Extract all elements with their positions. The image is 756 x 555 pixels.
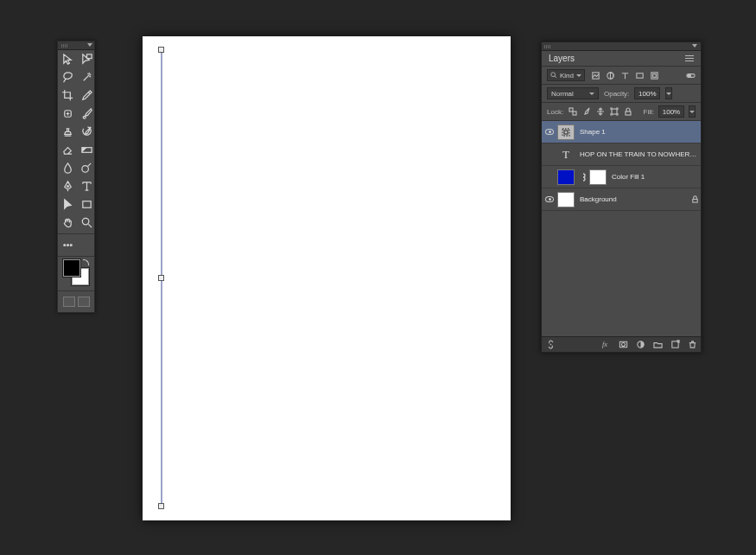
fill-thumbnail[interactable] bbox=[557, 169, 575, 185]
type-layer-icon: T bbox=[557, 147, 575, 163]
foreground-color-swatch[interactable] bbox=[63, 259, 80, 277]
fill-label: Fill: bbox=[644, 108, 654, 116]
magic-wand-tool[interactable] bbox=[77, 68, 96, 86]
layer-name[interactable]: Shape 1 bbox=[580, 128, 701, 136]
new-group-icon[interactable] bbox=[652, 340, 663, 350]
lock-fill-row: Lock: Fill: 100% bbox=[542, 103, 701, 121]
quickmask-toggle[interactable] bbox=[63, 297, 75, 307]
tools-panel-header[interactable] bbox=[58, 41, 94, 50]
shape-thumbnail-icon[interactable] bbox=[557, 124, 575, 140]
screen-mode-toggle[interactable] bbox=[78, 297, 90, 307]
layers-panel-header[interactable] bbox=[542, 42, 701, 51]
lock-pixels-icon[interactable] bbox=[581, 107, 591, 117]
lock-label: Lock: bbox=[547, 108, 563, 116]
type-tool[interactable] bbox=[77, 177, 96, 195]
svg-rect-12 bbox=[636, 73, 642, 78]
link-mask-icon[interactable] bbox=[580, 172, 587, 182]
blend-mode-select[interactable]: Normal bbox=[547, 87, 599, 99]
lock-transparency-icon[interactable] bbox=[568, 107, 577, 117]
zoom-tool[interactable] bbox=[77, 214, 96, 232]
fill-field[interactable]: 100% bbox=[658, 105, 684, 118]
lock-position-icon[interactable] bbox=[595, 107, 605, 117]
svg-point-7 bbox=[67, 245, 68, 246]
layer-name[interactable]: Background bbox=[580, 195, 689, 203]
eraser-tool[interactable] bbox=[58, 141, 77, 159]
blur-tool[interactable] bbox=[58, 159, 77, 177]
filter-type-icon[interactable] bbox=[619, 70, 630, 80]
blend-opacity-row: Normal Opacity: 100% bbox=[542, 85, 701, 103]
filter-shape-icon[interactable] bbox=[634, 70, 645, 80]
healing-brush-tool[interactable] bbox=[58, 105, 77, 123]
brush-tool[interactable] bbox=[77, 105, 96, 123]
collapse-icon[interactable] bbox=[692, 44, 697, 48]
layer-name[interactable]: Color Fill 1 bbox=[612, 173, 701, 181]
svg-point-3 bbox=[81, 166, 88, 173]
path-selection-tool[interactable] bbox=[58, 195, 77, 214]
document-canvas[interactable] bbox=[143, 36, 511, 520]
spacer bbox=[77, 236, 96, 254]
opacity-value: 100% bbox=[638, 90, 656, 98]
layer-mask-icon[interactable] bbox=[618, 340, 628, 350]
filter-smartobject-icon[interactable] bbox=[649, 70, 659, 80]
layer-thumbnail[interactable] bbox=[557, 192, 575, 207]
visibility-toggle[interactable] bbox=[542, 196, 557, 202]
layer-row[interactable]: Shape 1 bbox=[542, 121, 701, 144]
history-brush-tool[interactable] bbox=[77, 123, 96, 141]
lock-indicator-icon bbox=[689, 195, 701, 203]
layer-mask-thumbnail[interactable] bbox=[589, 169, 607, 185]
filter-toggle-switch[interactable] bbox=[685, 70, 696, 80]
chevron-down-icon bbox=[589, 92, 594, 95]
panel-menu-icon[interactable] bbox=[685, 55, 694, 61]
layers-tab[interactable]: Layers bbox=[542, 51, 701, 67]
filter-adjustment-icon[interactable] bbox=[605, 70, 615, 80]
link-layers-icon[interactable] bbox=[545, 340, 556, 350]
new-layer-icon[interactable] bbox=[670, 340, 680, 350]
svg-rect-14 bbox=[652, 73, 656, 77]
clone-stamp-tool[interactable] bbox=[58, 123, 77, 141]
separator bbox=[58, 290, 94, 291]
lock-artboard-icon[interactable] bbox=[609, 107, 619, 117]
edit-toolbar-icon[interactable] bbox=[58, 236, 77, 254]
anchor-point-top[interactable] bbox=[158, 47, 164, 53]
tools-panel bbox=[57, 41, 95, 313]
layer-filter-row: Kind bbox=[542, 67, 701, 85]
layer-name[interactable]: HOP ON THE TRAIN TO NOWHERE BABY bbox=[580, 150, 701, 158]
layer-row[interactable]: Background bbox=[542, 188, 701, 211]
tool-grid bbox=[58, 50, 94, 232]
dodge-tool[interactable] bbox=[77, 159, 96, 177]
fill-dropdown-icon[interactable] bbox=[689, 105, 696, 118]
pen-tool[interactable] bbox=[58, 177, 77, 195]
move-tool[interactable] bbox=[58, 50, 77, 68]
delete-layer-icon[interactable] bbox=[687, 340, 697, 350]
swap-colors-icon[interactable] bbox=[82, 259, 89, 266]
opacity-field[interactable]: 100% bbox=[634, 87, 660, 99]
grip-icon bbox=[544, 45, 551, 48]
layer-style-icon[interactable]: fx bbox=[600, 340, 611, 350]
chevron-down-icon bbox=[576, 74, 581, 77]
svg-rect-23 bbox=[692, 200, 696, 203]
artboard-tool[interactable] bbox=[77, 50, 96, 68]
rectangle-shape-tool[interactable] bbox=[77, 195, 96, 214]
adjustment-layer-icon[interactable] bbox=[635, 340, 645, 350]
visibility-toggle[interactable] bbox=[542, 129, 557, 135]
filter-kind-label: Kind bbox=[560, 72, 574, 80]
opacity-dropdown-icon[interactable] bbox=[665, 87, 672, 99]
svg-rect-19 bbox=[612, 109, 617, 114]
lock-all-icon[interactable] bbox=[623, 107, 632, 117]
blend-mode-value: Normal bbox=[551, 90, 574, 98]
anchor-point-bottom[interactable] bbox=[158, 503, 164, 509]
grip-icon bbox=[61, 44, 68, 48]
filter-pixel-icon[interactable] bbox=[590, 70, 600, 80]
layer-row[interactable]: T HOP ON THE TRAIN TO NOWHERE BABY bbox=[542, 144, 701, 166]
separator bbox=[58, 256, 94, 257]
svg-rect-4 bbox=[82, 201, 90, 208]
flyout-icon[interactable] bbox=[87, 43, 92, 47]
anchor-point-middle[interactable] bbox=[158, 275, 164, 281]
eyedropper-tool[interactable] bbox=[77, 86, 96, 105]
lasso-tool[interactable] bbox=[58, 68, 77, 86]
filter-kind-select[interactable]: Kind bbox=[547, 69, 585, 81]
crop-tool[interactable] bbox=[58, 86, 77, 105]
hand-tool[interactable] bbox=[58, 214, 77, 232]
layer-row[interactable]: Color Fill 1 bbox=[542, 166, 701, 188]
gradient-tool[interactable] bbox=[77, 141, 96, 159]
